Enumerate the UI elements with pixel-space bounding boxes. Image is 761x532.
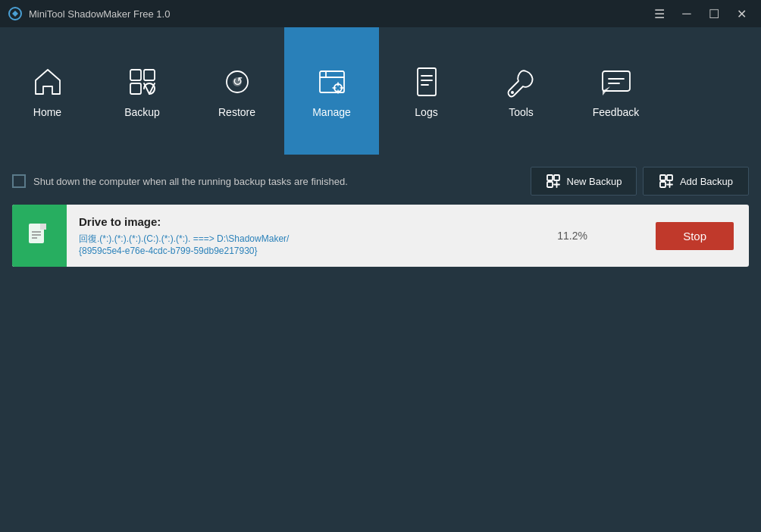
shutdown-checkbox[interactable] [12, 174, 26, 188]
stop-button[interactable]: Stop [656, 222, 734, 250]
svg-text:↺: ↺ [232, 75, 242, 88]
task-icon-area [12, 205, 67, 267]
tools-icon [503, 64, 540, 100]
logs-icon [409, 64, 445, 100]
app-logo-icon [8, 6, 23, 21]
svg-rect-11 [418, 68, 436, 95]
task-title: Drive to image: [79, 215, 492, 228]
backup-icon [124, 64, 161, 100]
home-label: Home [33, 106, 61, 118]
svg-rect-16 [603, 71, 630, 91]
sidebar-item-restore[interactable]: ↺ Restore [189, 27, 284, 155]
action-buttons: New Backup Add Backup [531, 167, 749, 196]
home-icon [30, 64, 66, 100]
manage-icon [314, 64, 350, 100]
tools-label: Tools [509, 106, 534, 118]
logs-label: Logs [415, 106, 437, 118]
svg-rect-21 [547, 182, 553, 187]
restore-icon: ↺ [219, 64, 255, 100]
minimize-button[interactable]: ─ [675, 3, 699, 24]
svg-rect-7 [320, 71, 344, 92]
svg-rect-22 [660, 175, 665, 180]
svg-rect-19 [547, 175, 553, 180]
svg-rect-1 [130, 70, 141, 80]
new-backup-icon [546, 174, 561, 189]
sidebar-item-logs[interactable]: Logs [379, 27, 474, 155]
main-content: Shut down the computer when all the runn… [0, 155, 761, 532]
task-info: Drive to image: 回復.(*:).(*:).(*:).(C:).(… [67, 205, 504, 267]
topbar: Shut down the computer when all the runn… [12, 167, 749, 196]
maximize-button[interactable]: ☐ [702, 3, 726, 24]
backup-label: Backup [124, 106, 160, 118]
sidebar-item-backup[interactable]: Backup [95, 27, 189, 155]
navbar: Home Backup ↺ Restore [0, 27, 761, 155]
restore-label: Restore [218, 106, 255, 118]
menu-button[interactable]: ☰ [647, 3, 672, 24]
svg-rect-26 [40, 224, 46, 230]
progress-text: 11.2% [557, 230, 587, 242]
task-action-area: Stop [640, 205, 749, 267]
task-file-icon [25, 221, 54, 250]
sidebar-item-tools[interactable]: Tools [474, 27, 568, 155]
manage-label: Manage [312, 106, 351, 118]
titlebar-left: MiniTool ShadowMaker Free 1.0 [8, 6, 170, 21]
svg-rect-24 [660, 182, 665, 187]
svg-rect-23 [667, 175, 672, 180]
feedback-icon [598, 64, 634, 100]
task-progress-area: 11.2% [504, 205, 640, 267]
titlebar-controls: ☰ ─ ☐ ✕ [647, 3, 753, 24]
app-title: MiniTool ShadowMaker Free 1.0 [29, 8, 170, 20]
new-backup-button[interactable]: New Backup [531, 167, 637, 196]
svg-rect-2 [144, 70, 155, 80]
task-card: Drive to image: 回復.(*:).(*:).(*:).(C:).(… [12, 205, 749, 267]
sidebar-item-home[interactable]: Home [0, 27, 95, 155]
add-backup-icon [659, 174, 674, 189]
svg-rect-3 [130, 83, 141, 94]
svg-point-15 [511, 91, 514, 94]
add-backup-label: Add Backup [680, 176, 733, 187]
feedback-label: Feedback [593, 106, 639, 118]
titlebar: MiniTool ShadowMaker Free 1.0 ☰ ─ ☐ ✕ [0, 0, 761, 27]
svg-rect-20 [554, 175, 559, 180]
task-path: 回復.(*:).(*:).(*:).(C:).(*:).(*:). ===> D… [79, 233, 492, 256]
sidebar-item-manage[interactable]: Manage [284, 27, 379, 155]
shutdown-label: Shut down the computer when all the runn… [33, 176, 348, 187]
close-button[interactable]: ✕ [729, 3, 753, 24]
shutdown-check-area: Shut down the computer when all the runn… [12, 174, 348, 188]
new-backup-label: New Backup [567, 176, 622, 187]
sidebar-item-feedback[interactable]: Feedback [568, 27, 663, 155]
add-backup-button[interactable]: Add Backup [643, 167, 749, 196]
